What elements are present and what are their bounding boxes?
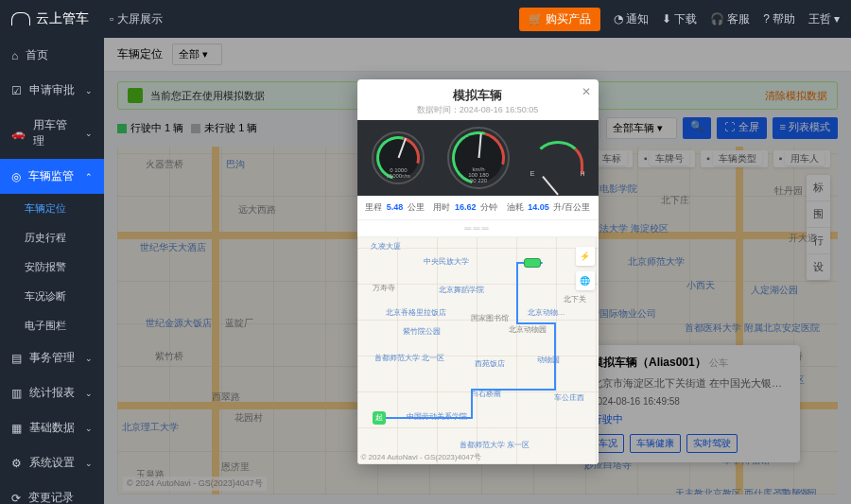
sidebar-item-tasks[interactable]: ▤ 事务管理⌄ [0,340,104,375]
sidebar-sub-diagnosis[interactable]: 车况诊断 [0,282,104,311]
cloud-icon [11,12,30,26]
sidebar-item-home[interactable]: ⌂ 首页 [0,38,104,73]
modal-title: 模拟车辆 [357,87,599,104]
sidebar-item-basedata[interactable]: ▦ 基础数据⌄ [0,410,104,445]
user-menu[interactable]: 王哲 ▾ [808,11,840,27]
sidebar-sub-position[interactable]: 车辆定位 [0,194,104,223]
vehicle-modal: 模拟车辆 数据时间：2024-08-16 16:50:05 ✕ 0 1000x1… [357,79,599,464]
service-link[interactable]: 🎧 客服 [710,11,750,27]
notify-link[interactable]: ◔ 通知 [614,11,649,27]
sidebar: ⌂ 首页 ☑ 申请审批⌄ 🚗 用车管理⌄ ◎ 车辆监管⌃ 车辆定位 历史行程 安… [0,38,104,504]
sidebar-sub-security[interactable]: 安防报警 [0,252,104,282]
dashboard-gauges: 0 1000x1000r/m km/h100 18030 220 EH [357,120,599,196]
help-link[interactable]: ? 帮助 [763,11,795,27]
route-minimap[interactable]: 起 ⚡ 🌐 久凌大厦 中央民族大学 万寿寺 北京舞蹈学院 北京香格里拉饭店 国家… [357,237,599,464]
sidebar-sub-geofence[interactable]: 电子围栏 [0,311,104,340]
sidebar-item-approval[interactable]: ☑ 申请审批⌄ [0,73,104,108]
start-point-icon: 起 [373,411,386,425]
sidebar-item-reports[interactable]: ▥ 统计报表⌄ [0,375,104,410]
drag-handle-icon[interactable]: ═══ [357,220,599,237]
sidebar-item-monitoring[interactable]: ◎ 车辆监管⌃ [0,159,104,194]
speed-gauge: km/h100 18030 220 [447,127,510,189]
sidebar-item-settings[interactable]: ⚙ 系统设置⌄ [0,445,104,480]
big-screen-link[interactable]: ▫ 大屏展示 [110,11,163,27]
sidebar-item-vehicle-mgmt[interactable]: 🚗 用车管理⌄ [0,108,104,159]
fuel-gauge: EH [532,141,583,175]
trip-stats: 里程 5.48 公里 用时 16.62 分钟 油耗 14.05 升/百公里 [357,196,599,220]
sidebar-item-changelog[interactable]: ⟳ 变更记录 [0,480,104,504]
minimap-satellite-btn[interactable]: 🌐 [576,271,595,290]
minimap-copyright: © 2024 AutoNavi - GS(2023)4047号 [361,452,482,462]
brand-text: 云上管车 [36,10,89,27]
modal-time: 数据时间：2024-08-16 16:50:05 [357,104,599,116]
minimap-traffic-btn[interactable]: ⚡ [576,247,595,266]
buy-button[interactable]: 🛒 购买产品 [519,8,600,31]
rpm-gauge: 0 1000x1000r/m [372,131,425,184]
modal-close-icon[interactable]: ✕ [582,85,591,98]
brand-logo: 云上管车 [11,10,89,27]
sidebar-sub-history[interactable]: 历史行程 [0,223,104,252]
modal-mask[interactable]: 模拟车辆 数据时间：2024-08-16 16:50:05 ✕ 0 1000x1… [104,38,851,504]
vehicle-icon [524,258,541,268]
download-link[interactable]: ⬇ 下载 [662,11,697,27]
